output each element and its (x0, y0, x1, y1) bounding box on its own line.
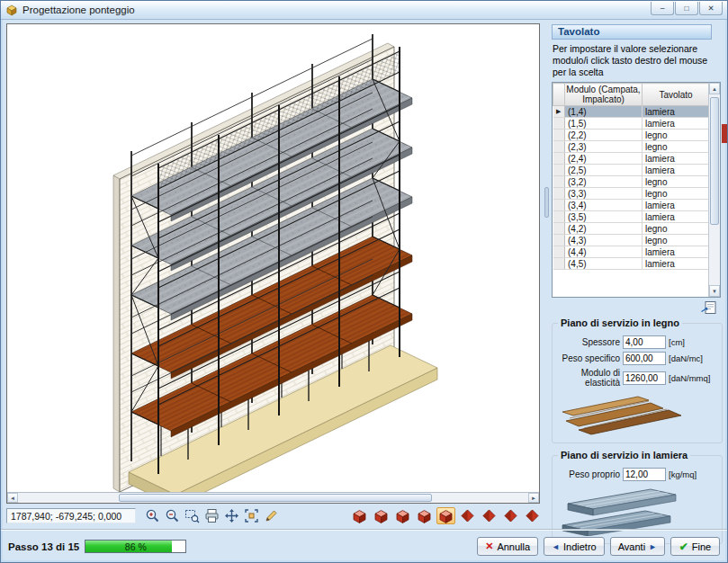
panel-splitter[interactable] (542, 23, 551, 504)
zoom-in-button[interactable] (143, 507, 161, 524)
table-row[interactable]: (2,4)lamiera (553, 153, 710, 165)
modulo-cell[interactable]: (1,4) (565, 106, 643, 118)
spessore-input[interactable] (623, 335, 666, 349)
table-scrollbar[interactable]: ▲ ▼ (708, 83, 720, 297)
canvas-horizontal-scrollbar[interactable]: ◄ ► (7, 492, 539, 503)
avanti-button[interactable]: Avanti ► (610, 537, 665, 556)
scroll-right-icon[interactable]: ► (528, 493, 539, 503)
tavolato-cell[interactable]: lamiera (643, 211, 710, 223)
close-button[interactable]: ✕ (699, 2, 723, 15)
print-button[interactable] (202, 507, 220, 524)
row-selector-cell[interactable] (553, 258, 565, 270)
modulo-cell[interactable]: (2,4) (565, 153, 643, 165)
annulla-button[interactable]: ✕ Annulla (477, 537, 538, 556)
zoom-extents-button[interactable] (242, 507, 260, 524)
tavolato-table[interactable]: Modulo (Campata, Impalcato) Tavolato ▶(1… (552, 82, 721, 298)
cube-view-button-2[interactable] (372, 507, 391, 524)
scroll-up-icon[interactable]: ▲ (709, 83, 720, 94)
table-row[interactable]: (2,5)lamiera (553, 165, 710, 176)
peso-specifico-input[interactable] (623, 352, 666, 365)
tavolato-cell[interactable]: legno (643, 223, 710, 235)
tavolato-cell[interactable]: lamiera (643, 258, 710, 270)
scroll-down-icon[interactable]: ▼ (709, 285, 720, 297)
fine-button[interactable]: ✔ Fine (670, 537, 720, 556)
edit-pen-button[interactable] (262, 507, 280, 524)
row-selector-cell[interactable] (553, 235, 565, 246)
row-selector-cell[interactable] (553, 223, 565, 235)
modulo-cell[interactable]: (3,2) (565, 176, 643, 188)
tavolato-cell[interactable]: legno (643, 130, 710, 141)
tavolato-cell[interactable]: lamiera (643, 153, 710, 165)
column-header-modulo[interactable]: Modulo (Campata, Impalcato) (565, 84, 643, 106)
tavolato-cell[interactable]: lamiera (643, 118, 710, 130)
scroll-left-icon[interactable]: ◄ (7, 493, 18, 503)
row-selector-cell[interactable] (553, 153, 565, 165)
tavolato-cell[interactable]: legno (643, 176, 710, 188)
table-row[interactable]: (4,4)lamiera (553, 246, 710, 258)
diamond-view-button-4[interactable] (523, 507, 542, 524)
splitter-grip[interactable] (544, 187, 549, 218)
vscroll-thumb[interactable] (710, 97, 719, 225)
modulo-cell[interactable]: (4,4) (565, 246, 643, 258)
table-row[interactable]: (3,4)lamiera (553, 200, 710, 211)
zoom-out-button[interactable] (163, 507, 181, 524)
diamond-view-button-1[interactable] (458, 507, 477, 524)
modulo-elasticita-input[interactable] (623, 371, 666, 385)
hscroll-thumb[interactable] (119, 494, 432, 502)
modulo-cell[interactable]: (2,5) (565, 165, 643, 176)
row-selector-cell[interactable] (553, 118, 565, 130)
scaffold-3d-view[interactable]: ◄ ► (6, 23, 540, 504)
tavolato-cell[interactable]: lamiera (643, 200, 710, 211)
row-selector-cell[interactable] (553, 200, 565, 211)
cube-view-button-3[interactable] (393, 507, 412, 524)
diamond-view-button-2[interactable] (480, 507, 499, 524)
table-row[interactable]: (1,5)lamiera (553, 118, 710, 130)
cube-view-button-4[interactable] (415, 507, 434, 524)
table-row[interactable]: (2,3)legno (553, 141, 710, 153)
zoom-window-button[interactable] (183, 507, 201, 524)
indietro-button[interactable]: ◄ Indietro (544, 537, 605, 556)
table-row[interactable]: (2,2)legno (553, 130, 710, 141)
modulo-cell[interactable]: (4,5) (565, 258, 643, 270)
row-selector-cell[interactable] (553, 130, 565, 141)
column-header-tavolato[interactable]: Tavolato (643, 84, 710, 106)
table-row[interactable]: (3,5)lamiera (553, 211, 710, 223)
cube-view-button-1[interactable] (350, 507, 369, 524)
tavolato-cell[interactable]: lamiera (643, 165, 710, 176)
tavolato-cell[interactable]: legno (643, 188, 710, 200)
table-row[interactable]: ▶(1,4)lamiera (553, 106, 710, 118)
tavolato-cell[interactable]: legno (643, 141, 710, 153)
tavolato-cell[interactable]: lamiera (643, 106, 710, 118)
row-selector-cell[interactable] (553, 188, 565, 200)
maximize-button[interactable]: □ (675, 2, 698, 15)
minimize-button[interactable]: – (651, 2, 674, 15)
modulo-cell[interactable]: (1,5) (565, 118, 643, 130)
row-selector-cell[interactable] (553, 176, 565, 188)
modulo-cell[interactable]: (4,3) (565, 235, 643, 246)
table-row[interactable]: (4,2)legno (553, 223, 710, 235)
row-selector-cell[interactable] (553, 141, 565, 153)
tavolato-cell[interactable]: lamiera (643, 246, 710, 258)
tavolato-cell[interactable]: legno (643, 235, 710, 246)
table-row[interactable]: (4,5)lamiera (553, 258, 710, 270)
apply-selection-icon[interactable] (700, 300, 717, 315)
peso-proprio-input[interactable] (623, 468, 666, 481)
modulo-cell[interactable]: (2,3) (565, 141, 643, 153)
modulo-cell[interactable]: (3,3) (565, 188, 643, 200)
modulo-cell[interactable]: (3,4) (565, 200, 643, 211)
table-row[interactable]: (3,3)legno (553, 188, 710, 200)
pan-button[interactable] (222, 507, 240, 524)
diamond-view-button-3[interactable] (501, 507, 520, 524)
hscroll-track[interactable] (18, 493, 528, 503)
modulo-cell[interactable]: (4,2) (565, 223, 643, 235)
modulo-cell[interactable]: (2,2) (565, 130, 643, 141)
cube-view-button-5-active[interactable] (436, 507, 455, 524)
table-row[interactable]: (4,3)legno (553, 235, 710, 246)
vscroll-track[interactable] (709, 94, 720, 285)
row-selector-cell[interactable] (553, 165, 565, 176)
row-selector-cell[interactable] (553, 211, 565, 223)
row-selector-cell[interactable]: ▶ (553, 106, 565, 118)
table-row[interactable]: (3,2)legno (553, 176, 710, 188)
modulo-cell[interactable]: (3,5) (565, 211, 643, 223)
row-selector-cell[interactable] (553, 246, 565, 258)
